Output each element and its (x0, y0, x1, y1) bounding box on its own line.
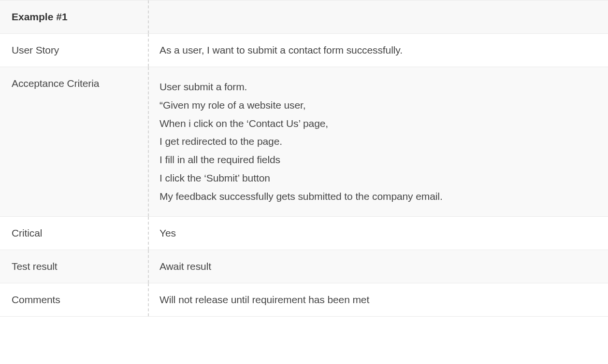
table-row: Acceptance CriteriaUser submit a form. “… (0, 67, 608, 217)
row-label: Critical (12, 227, 42, 238)
row-value: Await result (159, 261, 211, 272)
header-title-cell: Example #1 (0, 0, 149, 33)
requirements-table: Example #1 User StoryAs a user, I want t… (0, 0, 608, 317)
row-value: Yes (159, 227, 176, 238)
row-value-cell: Yes (149, 217, 608, 250)
row-label-cell: Comments (0, 283, 149, 316)
row-value-cell: User submit a form. “Given my role of a … (149, 67, 608, 216)
header-value-cell (149, 0, 608, 33)
row-label-cell: Critical (0, 217, 149, 250)
table-row: CriticalYes (0, 217, 608, 250)
row-label-cell: Test result (0, 250, 149, 283)
row-value: As a user, I want to submit a contact fo… (159, 44, 403, 56)
row-label: Comments (12, 294, 60, 305)
row-label: Test result (12, 261, 58, 272)
row-label: Acceptance Criteria (12, 78, 99, 89)
row-value-cell: Will not release until requirement has b… (149, 283, 608, 316)
header-title: Example #1 (12, 11, 68, 22)
row-value: Will not release until requirement has b… (159, 294, 369, 305)
row-label-cell: User Story (0, 34, 149, 67)
table-row: User StoryAs a user, I want to submit a … (0, 34, 608, 67)
row-label-cell: Acceptance Criteria (0, 67, 149, 216)
row-label: User Story (12, 44, 59, 56)
row-value-cell: Await result (149, 250, 608, 283)
row-value-cell: As a user, I want to submit a contact fo… (149, 34, 608, 67)
row-value: User submit a form. “Given my role of a … (159, 81, 443, 202)
table-row: CommentsWill not release until requireme… (0, 283, 608, 317)
table-row: Test resultAwait result (0, 250, 608, 283)
table-header-row: Example #1 (0, 0, 608, 34)
